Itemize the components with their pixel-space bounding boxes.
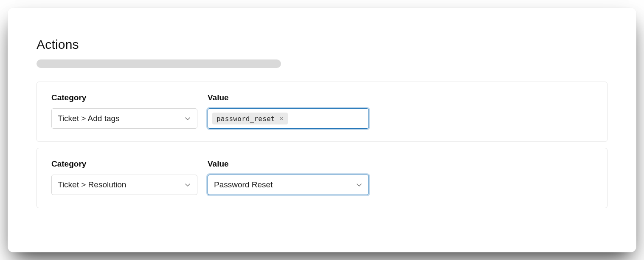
action-row: Category Ticket > Add tags Value passwor… [37,82,607,142]
chevron-down-icon [184,181,191,188]
category-label: Category [51,159,208,169]
category-select[interactable]: Ticket > Resolution [51,175,197,195]
section-title: Actions [37,37,607,52]
category-select[interactable]: Ticket > Add tags [51,108,197,129]
category-field: Category Ticket > Add tags [51,93,208,129]
category-select-value: Ticket > Resolution [58,180,126,189]
value-select[interactable]: Password Reset [208,175,369,195]
tag-label: password_reset [217,115,275,123]
description-placeholder [37,59,281,68]
category-label: Category [51,93,208,102]
actions-panel: Actions Category Ticket > Add tags Value [8,8,636,252]
value-label: Value [208,93,369,102]
value-select-value: Password Reset [214,180,273,189]
chevron-down-icon [356,181,363,188]
tags-input[interactable]: password_reset [208,108,369,129]
actions-list: Category Ticket > Add tags Value passwor… [37,82,607,208]
value-field: Value Password Reset [208,159,369,195]
tag: password_reset [212,113,288,124]
action-row: Category Ticket > Resolution Value Passw… [37,148,607,208]
close-icon[interactable] [278,116,284,122]
value-field: Value password_reset [208,93,369,129]
category-field: Category Ticket > Resolution [51,159,208,195]
value-label: Value [208,159,369,169]
category-select-value: Ticket > Add tags [58,114,120,123]
chevron-down-icon [184,115,191,122]
